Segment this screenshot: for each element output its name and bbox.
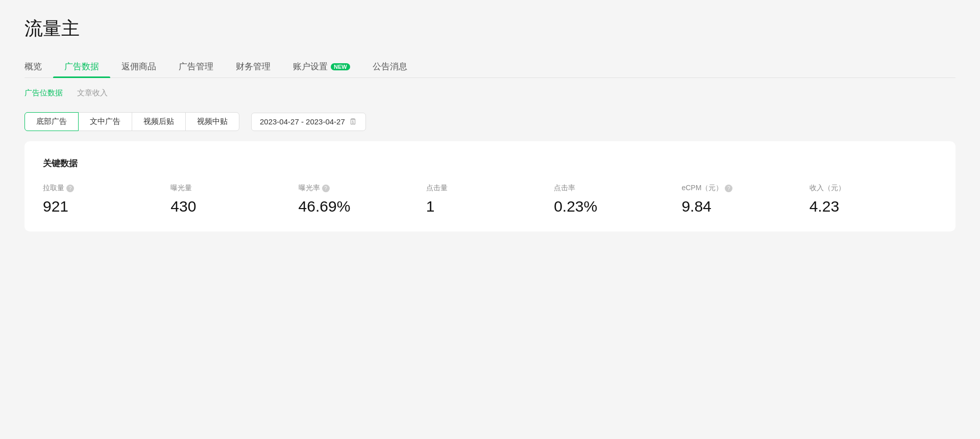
metric-exposure-value: 430 [170, 198, 286, 215]
ad-type-video-mid-button[interactable]: 视频中贴 [185, 112, 239, 131]
metric-exposure: 曝光量 430 [170, 184, 298, 215]
ad-type-video-post-button[interactable]: 视频后贴 [132, 112, 186, 131]
metric-ecpm-label: eCPM（元） ? [681, 184, 797, 193]
key-data-card: 关键数据 拉取量 ? 921 曝光量 430 曝光率 ? [24, 141, 955, 231]
metric-ecpm-value: 9.84 [681, 198, 797, 215]
metric-revenue-value: 4.23 [810, 198, 925, 215]
sub-nav: 广告位数据 文章收入 [24, 86, 955, 100]
metric-clicks-label: 点击量 [426, 184, 542, 193]
nav-item-rebate[interactable]: 返佣商品 [110, 56, 167, 78]
date-range-text: 2023-04-27 - 2023-04-27 [260, 117, 345, 126]
metric-exposure-rate-value: 46.69% [299, 198, 414, 215]
nav-item-finance[interactable]: 财务管理 [225, 56, 282, 78]
ad-type-inline-button[interactable]: 文中广告 [78, 112, 132, 131]
nav-item-announcement[interactable]: 公告消息 [361, 56, 419, 78]
calendar-icon: 🗓 [349, 117, 357, 126]
card-title: 关键数据 [43, 158, 937, 169]
metric-clicks-value: 1 [426, 198, 542, 215]
metric-clicks: 点击量 1 [426, 184, 554, 215]
page-title: 流量主 [24, 16, 955, 41]
nav-item-account[interactable]: 账户设置 NEW [282, 56, 361, 78]
metric-exposure-rate-label: 曝光率 ? [299, 184, 414, 193]
nav-item-ad-manage[interactable]: 广告管理 [167, 56, 225, 78]
main-nav: 概览 广告数据 返佣商品 广告管理 财务管理 账户设置 NEW 公告消息 [24, 56, 955, 78]
metric-revenue-label: 收入（元） [810, 184, 925, 193]
new-badge: NEW [331, 63, 350, 70]
metric-exposure-rate: 曝光率 ? 46.69% [299, 184, 426, 215]
metric-ecpm: eCPM（元） ? 9.84 [681, 184, 809, 215]
page-container: 流量主 概览 广告数据 返佣商品 广告管理 财务管理 账户设置 NEW 公告消息… [0, 0, 980, 248]
help-icon-pull-volume[interactable]: ? [66, 185, 74, 192]
nav-item-ad-data[interactable]: 广告数据 [53, 56, 110, 78]
help-icon-ecpm[interactable]: ? [725, 185, 732, 192]
help-icon-exposure-rate[interactable]: ? [322, 185, 330, 192]
ad-type-bottom-button[interactable]: 底部广告 [24, 112, 79, 131]
metric-pull-volume-value: 921 [43, 198, 158, 215]
metrics-row: 拉取量 ? 921 曝光量 430 曝光率 ? 46.69% [43, 184, 937, 215]
sub-nav-ad-slot[interactable]: 广告位数据 [24, 86, 70, 100]
filter-bar: 底部广告 文中广告 视频后贴 视频中贴 2023-04-27 - 2023-04… [24, 112, 955, 131]
metric-exposure-label: 曝光量 [170, 184, 286, 193]
sub-nav-article-income[interactable]: 文章收入 [70, 86, 115, 100]
metric-ctr-value: 0.23% [554, 198, 669, 215]
metric-pull-volume: 拉取量 ? 921 [43, 184, 170, 215]
metric-ctr-label: 点击率 [554, 184, 669, 193]
metric-pull-volume-label: 拉取量 ? [43, 184, 158, 193]
metric-revenue: 收入（元） 4.23 [810, 184, 937, 215]
date-picker[interactable]: 2023-04-27 - 2023-04-27 🗓 [251, 113, 366, 131]
metric-ctr: 点击率 0.23% [554, 184, 681, 215]
nav-item-overview[interactable]: 概览 [24, 56, 53, 78]
